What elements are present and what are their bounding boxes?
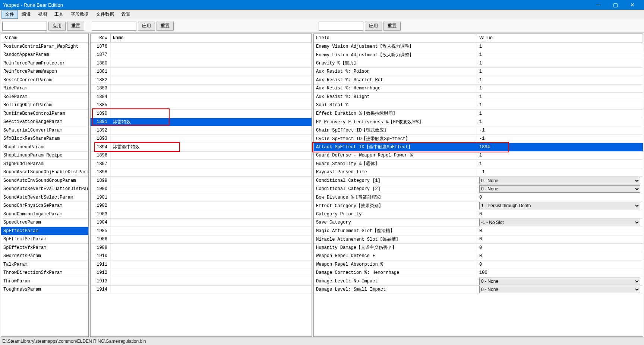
row-row[interactable]: 1912 <box>91 269 312 278</box>
menu-0[interactable]: 文件 <box>1 10 18 19</box>
field-row[interactable]: Enemy Vision Adjustment【敌人视力调整】1 <box>314 42 643 51</box>
param-row[interactable]: SoundCommonIngameParam <box>1 210 88 219</box>
field-row[interactable]: Guard Defense - Weapon Repel Power %1 <box>314 152 643 160</box>
param-row[interactable]: ShopLineupParam_Recipe <box>1 152 88 160</box>
field-row[interactable]: Miracle Attunement Slot【饰品槽】0 <box>314 235 643 244</box>
field-row[interactable]: Enemy Listen Adjustment【敌人听力调整】1 <box>314 51 643 60</box>
row-row[interactable]: 1900 <box>91 185 312 194</box>
field-row[interactable]: Chain SpEffect ID【链式效应】-1 <box>314 126 643 135</box>
close-button[interactable]: ✕ <box>624 0 641 10</box>
row-reset-button[interactable]: 重置 <box>157 22 174 31</box>
row-row[interactable]: 1903 <box>91 210 312 219</box>
param-row[interactable]: SpEffectVfxParam <box>1 244 88 252</box>
row-row[interactable]: 1902 <box>91 202 312 211</box>
field-row[interactable]: Aux Resist %: Hemorrhage1 <box>314 85 643 93</box>
field-dropdown[interactable]: -1 - No Slot <box>479 219 640 226</box>
row-row[interactable]: 1894冰雷命中特效 <box>91 143 312 152</box>
param-row[interactable]: SpEffectSetParam <box>1 235 88 244</box>
row-row[interactable]: 1914 <box>91 286 312 294</box>
field-filter-input[interactable] <box>319 22 363 31</box>
param-row[interactable]: ResistCorrectParam <box>1 76 88 85</box>
param-filter-input[interactable] <box>2 22 47 31</box>
field-row[interactable]: Attack SpEffect ID【命中触发SpEffect】1894 <box>314 143 643 152</box>
param-row[interactable]: RandomAppearParam <box>1 51 88 60</box>
param-row[interactable]: ThrowDirectionSfxParam <box>1 269 88 278</box>
param-row[interactable]: SwordArtsParam <box>1 252 88 261</box>
row-row[interactable]: 1890 <box>91 110 312 118</box>
field-row[interactable]: Raycast Passed Time-1 <box>314 168 643 177</box>
param-row[interactable]: RuntimeBoneControlParam <box>1 110 88 118</box>
row-row[interactable]: 1880 <box>91 59 312 68</box>
row-row[interactable]: 1885 <box>91 101 312 110</box>
field-dropdown[interactable]: 0 - None <box>479 286 640 293</box>
param-reset-button[interactable]: 重置 <box>67 22 84 31</box>
param-row[interactable]: SeActivationRangeParam <box>1 118 88 127</box>
field-dropdown[interactable]: 0 - None <box>479 177 640 184</box>
field-row[interactable]: Damage Correction %: Hemorrhage100 <box>314 269 643 278</box>
row-row[interactable]: 1893 <box>91 135 312 143</box>
menu-3[interactable]: 工具 <box>51 10 67 19</box>
field-row[interactable]: Gravity %【重力】1 <box>314 59 643 68</box>
row-row[interactable]: 1898 <box>91 168 312 177</box>
row-row[interactable]: 1896 <box>91 152 312 160</box>
row-row[interactable]: 1884 <box>91 93 312 101</box>
field-row[interactable]: Cycle SpEffect ID【连带触发SpEffect】-1 <box>314 135 643 143</box>
row-row[interactable]: 1905 <box>91 227 312 235</box>
param-row[interactable]: SeMaterialConvertParam <box>1 126 88 135</box>
field-row[interactable]: Save Category-1 - No Slot <box>314 219 643 227</box>
param-row[interactable]: ReinforceParamProtector <box>1 59 88 68</box>
param-row[interactable]: SoundAssetSoundObjEnableDistParam <box>1 168 88 177</box>
row-row[interactable]: 1882 <box>91 76 312 85</box>
row-row[interactable]: 1910 <box>91 252 312 261</box>
field-apply-button[interactable]: 应用 <box>365 22 382 31</box>
field-row[interactable]: Damage Level: No Impact0 - None <box>314 277 643 286</box>
field-row[interactable]: Humanity Damage【人道主义伤害？】0 <box>314 244 643 252</box>
field-reset-button[interactable]: 重置 <box>383 22 401 31</box>
menu-5[interactable]: 文件数据 <box>92 10 118 19</box>
param-row[interactable]: SpEffectParam <box>1 227 88 235</box>
param-row[interactable]: PostureControlParam_WepRight <box>1 42 88 51</box>
param-row[interactable]: ReinforceParamWeapon <box>1 68 88 76</box>
row-row[interactable]: 1906 <box>91 235 312 244</box>
row-row[interactable]: 1883 <box>91 85 312 93</box>
param-row[interactable]: RoleParam <box>1 93 88 101</box>
field-row[interactable]: Aux Resist %: Poison1 <box>314 68 643 76</box>
param-row[interactable]: SoundChrPhysicsSeParam <box>1 202 88 211</box>
param-row[interactable]: SfxBlockResShareParam <box>1 135 88 143</box>
field-row[interactable]: Conditional Category [1]0 - None <box>314 177 643 185</box>
field-dropdown[interactable]: 0 - None <box>479 185 640 193</box>
field-dropdown[interactable]: 0 - None <box>479 278 640 285</box>
row-row[interactable]: 1913 <box>91 277 312 286</box>
field-row[interactable]: Soul Steal %1 <box>314 101 643 110</box>
field-row[interactable]: Aux Resist %: Blight1 <box>314 93 643 101</box>
param-row[interactable]: ToughnessParam <box>1 286 88 294</box>
row-row[interactable]: 1908 <box>91 244 312 252</box>
field-row[interactable]: Weapon Repel Absorption %0 <box>314 260 643 269</box>
param-apply-button[interactable]: 应用 <box>48 22 66 31</box>
param-row[interactable]: TalkParam <box>1 260 88 269</box>
row-row[interactable]: 1904 <box>91 219 312 227</box>
row-filter-input[interactable] <box>92 22 136 31</box>
row-row[interactable]: 1911 <box>91 260 312 269</box>
menu-6[interactable]: 设置 <box>118 10 134 19</box>
field-row[interactable]: Conditional Category [2]0 - None <box>314 185 643 194</box>
row-row[interactable]: 1899 <box>91 177 312 185</box>
maximize-button[interactable]: ▢ <box>607 0 624 10</box>
field-row[interactable]: Effect Category【效果类别】1 - Persist through… <box>314 202 643 211</box>
field-row[interactable]: Effect Duration %【效果持续时间】1 <box>314 110 643 118</box>
param-row[interactable]: RollingObjLotParam <box>1 101 88 110</box>
param-row[interactable]: SpeedtreeParam <box>1 219 88 227</box>
field-row[interactable]: Magic Attunement Slot【魔法槽】0 <box>314 227 643 235</box>
param-row[interactable]: ShopLineupParam <box>1 143 88 152</box>
param-row[interactable]: SoundAutoEnvSoundGroupParam <box>1 177 88 185</box>
menu-2[interactable]: 视图 <box>34 10 51 19</box>
field-row[interactable]: HP Recovery Effectiveness %【HP恢复效率%】1 <box>314 118 643 127</box>
minimize-button[interactable]: ─ <box>590 0 607 10</box>
field-row[interactable]: Bow Distance %【弓箭射程%】0 <box>314 193 643 202</box>
field-row[interactable]: Category Priority0 <box>314 210 643 219</box>
param-row[interactable]: SignPuddleParam <box>1 160 88 168</box>
field-dropdown[interactable]: 1 - Persist through Death <box>479 202 640 209</box>
field-row[interactable]: Guard Stability %【霸体】1 <box>314 160 643 168</box>
param-row[interactable]: SoundAutoReverbSelectParam <box>1 193 88 202</box>
param-row[interactable]: ThrowParam <box>1 277 88 286</box>
